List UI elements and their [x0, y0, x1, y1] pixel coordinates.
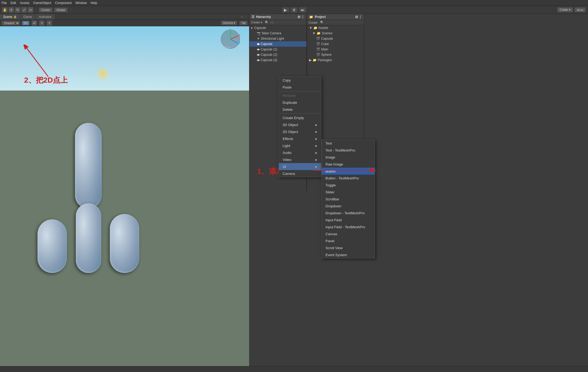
ui-panel[interactable]: Panel: [322, 237, 375, 244]
hierarchy-item-capsule3[interactable]: ⬬ Capsule (3): [249, 57, 306, 63]
ui-text-tmp[interactable]: Text - TextMeshPro: [322, 147, 375, 154]
ui-dropdown-tmp[interactable]: Dropdown - TextMeshPro: [322, 209, 375, 216]
scale-tool-icon[interactable]: ⤢: [21, 7, 27, 13]
project-scenes-folder[interactable]: ▼ 📁 Scenes: [307, 31, 364, 36]
main-camera-label: Main Camera: [262, 31, 281, 35]
ctx-light[interactable]: Light ▶: [279, 142, 321, 149]
ctx-create-empty[interactable]: Create Empty: [279, 114, 321, 121]
ui-dropdown-tmp-label: Dropdown - TextMeshPro: [325, 211, 365, 215]
tabs-row: Scene 🔒 Game Animator ⊟ ⋮: [0, 14, 249, 20]
ctx-camera-label: Camera: [283, 172, 295, 176]
ui-toggle[interactable]: Toggle: [322, 182, 375, 189]
ui-image[interactable]: Image: [322, 154, 375, 161]
menu-file[interactable]: File: [2, 1, 7, 5]
capsule-object-2[interactable]: [75, 123, 102, 209]
scene-tab-lock: 🔒: [13, 15, 17, 18]
lighting-icon[interactable]: ☀: [39, 20, 44, 26]
ctx-3d-object[interactable]: 3D Object ▶: [279, 121, 321, 128]
play-controls: ▶ ⏸ ⏭: [282, 7, 306, 13]
hierarchy-item-capsule[interactable]: ⬬ Capsule: [249, 41, 306, 47]
rotate-tool-icon[interactable]: ↻: [15, 7, 20, 13]
project-search-icon: 🔍: [320, 21, 324, 24]
account-button[interactable]: Acco: [575, 7, 586, 12]
step-button[interactable]: ⏭: [299, 7, 306, 13]
capsule-object-3[interactable]: [76, 203, 101, 273]
ui-submenu: Text Text - TextMeshPro Image Raw Image …: [321, 139, 375, 259]
tab-scene[interactable]: Scene 🔒: [0, 14, 20, 20]
assets-label: Assets: [319, 26, 328, 30]
project-header: 📁 Project ⊟ ⋮: [307, 14, 364, 20]
toolbar-separator-1: [36, 8, 36, 12]
collab-button[interactable]: Collab ▾: [557, 7, 573, 12]
space-button[interactable]: Global: [54, 8, 68, 12]
ui-input-field[interactable]: Input Field: [322, 216, 375, 223]
ui-dropdown[interactable]: Dropdown: [322, 202, 375, 209]
assets-folder-icon: 📁: [313, 26, 317, 30]
capsule-group: [38, 123, 139, 273]
ctx-2d-object[interactable]: 2D Object ▶: [279, 128, 321, 135]
hierarchy-item-capsule1[interactable]: ⬬ Capsule (1): [249, 47, 306, 52]
effect-icon[interactable]: ✦: [47, 20, 52, 26]
project-packages-folder[interactable]: ▶ 📁 Packages: [307, 57, 364, 63]
ui-scroll-view[interactable]: Scroll View: [322, 244, 375, 251]
ctx-effects[interactable]: Effects ▶: [279, 135, 321, 142]
pause-button[interactable]: ⏸: [290, 7, 298, 13]
project-create-btn[interactable]: Create: [309, 21, 317, 24]
ui-slider[interactable]: Slider: [322, 189, 375, 196]
hierarchy-item-main-camera[interactable]: 📷 Main Camera: [249, 31, 306, 36]
hierarchy-root-label: Capsule: [254, 26, 266, 30]
hierarchy-item-capsule2[interactable]: ⬬ Capsule (2): [249, 52, 306, 57]
ctx-video-label: Video: [283, 158, 291, 162]
audio-toggle-icon[interactable]: 🔊: [32, 20, 37, 26]
menu-window[interactable]: Window: [75, 1, 87, 5]
ui-canvas[interactable]: Canvas: [322, 230, 375, 237]
menu-edit[interactable]: Edit: [10, 1, 16, 5]
ctx-copy[interactable]: Copy: [279, 77, 321, 84]
2d-button[interactable]: 2D: [22, 21, 29, 25]
ui-toggle-label: Toggle: [325, 183, 336, 187]
rect-tool-icon[interactable]: ▭: [28, 7, 33, 13]
project-sphere-scene[interactable]: 🎬 Sphere: [307, 52, 364, 57]
ui-text[interactable]: Text: [322, 140, 375, 147]
ctx-paste[interactable]: Paste: [279, 84, 321, 91]
hand-tool-icon[interactable]: ✋: [2, 7, 8, 13]
gizmo-xyz[interactable]: X Y Z Persp: [220, 28, 241, 50]
ctx-duplicate[interactable]: Duplicate: [279, 99, 321, 106]
hierarchy-title: Hierarchy: [256, 15, 271, 19]
project-panel-controls: ⊟ ⋮: [355, 15, 362, 19]
ctx-audio[interactable]: Audio ▶: [279, 149, 321, 156]
play-button[interactable]: ▶: [282, 7, 289, 13]
project-main-scene[interactable]: 🎬 Main: [307, 47, 364, 52]
hierarchy-item-dir-light[interactable]: ☀ Directional Light: [249, 36, 306, 41]
menu-component[interactable]: Component: [55, 1, 72, 5]
ctx-effects-arrow: ▶: [315, 137, 317, 140]
project-cube-scene[interactable]: 🎬 Cube: [307, 41, 364, 47]
capsule-object-4[interactable]: [110, 214, 139, 273]
hierarchy-create-btn[interactable]: Create ▾: [251, 21, 262, 24]
gizmos-button[interactable]: Gizmos ▾: [221, 21, 237, 25]
pivot-button[interactable]: Center: [39, 8, 53, 12]
hierarchy-root[interactable]: ▼ Capsule: [249, 25, 306, 31]
menu-assets[interactable]: Assets: [20, 1, 29, 5]
toolbar: ✋ ✛ ↻ ⤢ ▭ Center Global ▶ ⏸ ⏭ Collab ▾ A…: [0, 6, 588, 14]
all-layers-button[interactable]: *All: [239, 21, 248, 25]
hierarchy-all-label[interactable]: All: [270, 21, 274, 24]
tab-animator[interactable]: Animator: [36, 14, 55, 20]
menu-gameobject[interactable]: GameObject: [33, 1, 51, 5]
cube-scene-icon: 🎬: [316, 42, 320, 46]
project-capsule-scene[interactable]: 🎬 Capsule: [307, 36, 364, 41]
tab-game[interactable]: Game: [20, 14, 36, 20]
ui-scrollbar[interactable]: Scrollbar: [322, 196, 375, 202]
project-assets-folder[interactable]: ▼ 📁 Assets: [307, 25, 364, 31]
capsule-object-1[interactable]: [38, 219, 67, 273]
ctx-video[interactable]: Video ▶: [279, 156, 321, 163]
ctx-3d-arrow: ▶: [315, 123, 317, 126]
menu-help[interactable]: Help: [91, 1, 97, 5]
scenes-expand-icon: ▼: [312, 31, 316, 35]
ui-event-system[interactable]: Event System: [322, 251, 375, 258]
ctx-delete[interactable]: Delete: [279, 106, 321, 113]
shading-dropdown[interactable]: Shaded: [2, 21, 20, 25]
ui-input-field-tmp[interactable]: Input Field - TextMeshPro: [322, 223, 375, 230]
move-tool-icon[interactable]: ✛: [9, 7, 14, 13]
annotation-arrow-2d: [21, 45, 54, 79]
